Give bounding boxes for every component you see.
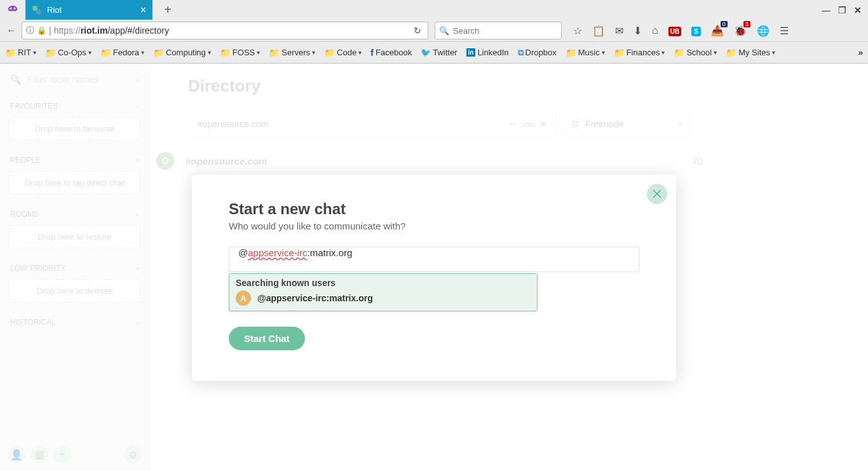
url-text: https://riot.im/app/#/directory	[54, 25, 409, 36]
close-window-button[interactable]: ✕	[854, 5, 862, 15]
bookmark-mysites[interactable]: 📁My Sites▾	[726, 48, 775, 58]
bookmarks-overflow[interactable]: »	[858, 48, 863, 57]
svg-point-1	[36, 10, 41, 15]
bookmark-rit[interactable]: 📁RIT▾	[5, 48, 36, 58]
start-chat-modal: Start a new chat Who would you like to c…	[192, 175, 676, 381]
bookmark-servers[interactable]: 📁Servers▾	[269, 48, 315, 58]
riot-favicon	[32, 5, 42, 15]
bookmark-dropbox[interactable]: ⧉Dropbox	[518, 48, 557, 58]
window-controls: — ❐ ✕	[815, 5, 868, 15]
download-icon[interactable]: ⬇	[634, 25, 642, 37]
bookmark-code[interactable]: 📁Code▾	[324, 48, 362, 58]
browser-tab[interactable]: Riot ×	[25, 0, 153, 20]
svg-point-0	[32, 6, 37, 11]
user-search-input[interactable]: @appservice-irc:matrix.org	[229, 247, 639, 272]
browser-search-bar[interactable]: 🔍	[435, 22, 562, 39]
suggestion-avatar: A	[236, 290, 251, 306]
download-manager-icon[interactable]: 📥0	[711, 25, 724, 37]
browser-titlebar: Riot × + — ❐ ✕	[0, 0, 868, 20]
clipboard-icon[interactable]: 📋	[592, 25, 605, 37]
skype-icon[interactable]: S	[691, 25, 701, 36]
bookmark-finances[interactable]: 📁Finances▾	[614, 48, 665, 58]
search-icon: 🔍	[439, 26, 449, 36]
bookmarks-bar: 📁RIT▾ 📁Co-Ops▾ 📁Fedora▾ 📁Computing▾ 📁FOS…	[0, 42, 868, 64]
bookmark-coops[interactable]: 📁Co-Ops▾	[45, 48, 92, 58]
new-tab-button[interactable]: +	[159, 1, 177, 19]
hamburger-menu-icon[interactable]: ☰	[780, 25, 789, 37]
mail-icon[interactable]: ✉	[615, 25, 623, 37]
back-button[interactable]: ←	[4, 23, 19, 38]
ublock-icon[interactable]: UB	[668, 25, 681, 36]
minimize-button[interactable]: —	[822, 5, 831, 15]
browser-nav-row: ← ⓘ 🔒 | https://riot.im/app/#/directory …	[0, 20, 868, 42]
bookmark-fedora[interactable]: 📁Fedora▾	[100, 48, 144, 58]
tab-close-icon[interactable]: ×	[140, 4, 146, 16]
tab-title: Riot	[47, 5, 62, 15]
bookmark-twitter[interactable]: 🐦Twitter	[421, 48, 457, 57]
private-mode-icon	[4, 1, 22, 19]
home-icon[interactable]: ⌂	[652, 25, 658, 36]
close-icon	[653, 189, 661, 198]
bookmark-facebook[interactable]: f Facebook	[370, 47, 412, 58]
suggestion-dropdown: Searching known users A @appservice-irc:…	[229, 273, 538, 311]
bookmark-star-icon[interactable]: ☆	[573, 25, 582, 37]
url-bar[interactable]: ⓘ 🔒 | https://riot.im/app/#/directory ↻	[22, 22, 428, 39]
modal-close-button[interactable]	[647, 184, 667, 204]
start-chat-button[interactable]: Start Chat	[229, 327, 305, 350]
globe-icon[interactable]: 🌐	[757, 25, 770, 37]
search-input[interactable]	[453, 26, 557, 36]
maximize-button[interactable]: ❐	[838, 5, 846, 15]
reload-button[interactable]: ↻	[411, 25, 424, 36]
bookmark-computing[interactable]: 📁Computing▾	[153, 48, 211, 58]
bookmark-foss[interactable]: 📁FOSS▾	[220, 48, 260, 58]
bookmark-linkedin[interactable]: in LinkedIn	[466, 48, 509, 57]
modal-subtitle: Who would you like to communicate with?	[229, 221, 639, 231]
suggestion-item[interactable]: A @appservice-irc:matrix.org	[236, 290, 531, 306]
suggestion-header: Searching known users	[236, 278, 531, 288]
bookmark-music[interactable]: 📁Music▾	[566, 48, 605, 58]
firebug-icon[interactable]: 🐞3	[734, 25, 747, 37]
identity-icon[interactable]: ⓘ	[26, 25, 34, 36]
bookmark-school[interactable]: 📁School▾	[674, 48, 717, 58]
modal-title: Start a new chat	[229, 200, 639, 218]
lock-icon: 🔒	[37, 26, 46, 35]
suggestion-label: @appservice-irc:matrix.org	[257, 293, 373, 303]
